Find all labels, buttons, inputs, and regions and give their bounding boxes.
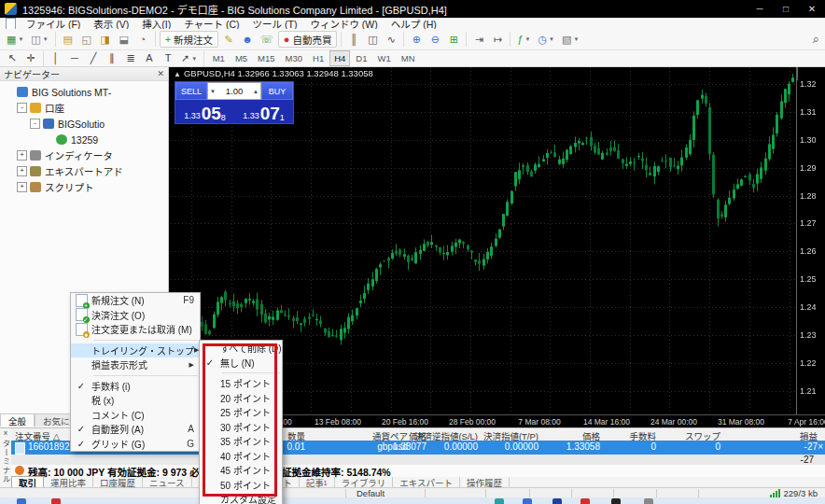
context-menu-item-4[interactable]: トレイリング・ストップ▶ <box>71 343 200 358</box>
timeframe-H4[interactable]: H4 <box>329 50 350 66</box>
metaeditor-icon[interactable]: ✎ <box>220 31 237 48</box>
timeframe-MN[interactable]: MN <box>397 50 420 66</box>
timeframe-M15[interactable]: M15 <box>253 50 279 66</box>
navigator-tab-0[interactable]: 全般 <box>0 413 35 427</box>
terminal-close-icon[interactable]: × <box>0 428 11 438</box>
tree-expander-icon[interactable]: + <box>17 166 27 176</box>
dropdown-arrow-icon[interactable]: ▼ <box>525 36 531 42</box>
dropdown-arrow-icon[interactable]: ▼ <box>549 36 554 42</box>
crosshair-tool[interactable]: ✛ <box>22 50 39 67</box>
navigator-icon[interactable]: ◨ <box>97 31 114 48</box>
profiles-icon[interactable]: ◫▼ <box>28 31 50 48</box>
close-button[interactable]: ✕ <box>799 0 825 18</box>
submenu-item-11[interactable]: カスタム設定 <box>200 492 282 504</box>
navigator-close-icon[interactable]: ✕ <box>157 69 164 78</box>
timeframe-H1[interactable]: H1 <box>308 50 329 66</box>
taskbar-app-2[interactable] <box>51 498 61 504</box>
taskbar-app-9[interactable] <box>611 498 621 504</box>
navigator-item-0[interactable]: BIG Solutions MT- <box>4 84 166 100</box>
taskbar-app-10[interactable] <box>644 498 653 504</box>
one-click-collapse-icon[interactable]: ▲ <box>174 70 181 78</box>
volume-value[interactable]: 1.00 <box>226 86 244 96</box>
context-menu-item-10[interactable]: ✓自動整列 (A)A <box>71 422 200 437</box>
timeframe-M30[interactable]: M30 <box>281 50 307 66</box>
taskbar-app-8[interactable] <box>580 498 590 504</box>
submenu-item-0[interactable]: すべて削除 (D) <box>200 341 282 356</box>
periods-icon[interactable]: ◷▼ <box>536 31 558 48</box>
navigator-item-5[interactable]: +エキスパートアド <box>4 163 166 179</box>
tree-expander-icon[interactable]: - <box>17 103 27 113</box>
horizontal-line-tool[interactable]: ─ <box>66 50 83 67</box>
tree-expander-icon[interactable]: - <box>30 119 40 129</box>
sell-button[interactable]: SELL <box>175 82 207 100</box>
context-menu-item-5[interactable]: 損益表示形式▶ <box>71 357 200 372</box>
autotrading-button[interactable]: ● 自動売買 <box>278 31 338 48</box>
submenu-item-7[interactable]: 35 ポイント <box>200 434 282 449</box>
taskbar-app-1[interactable] <box>17 498 26 504</box>
arrows-tool[interactable]: ➚▼ <box>178 50 200 67</box>
context-menu-item-9[interactable]: コメント (C) <box>71 408 200 423</box>
cursor-tool[interactable]: ↖ <box>4 50 21 67</box>
fibonacci-tool[interactable]: ≣ <box>122 50 139 67</box>
dropdown-arrow-icon[interactable]: ▼ <box>191 56 197 62</box>
taskbar-app-5[interactable] <box>495 498 504 504</box>
submenu-item-4[interactable]: 20 ポイント <box>200 391 282 406</box>
line-chart-icon[interactable]: ∿ <box>383 31 399 48</box>
channel-tool[interactable]: ∥ <box>104 50 120 67</box>
volume-stepper[interactable]: ▼ 1.00 ▲ <box>207 82 261 100</box>
market-watch-icon[interactable]: ▤ <box>60 31 77 48</box>
submenu-item-3[interactable]: 15 ポイント <box>200 376 282 391</box>
navigator-item-1[interactable]: -口座 <box>4 100 166 116</box>
timeframe-W1[interactable]: W1 <box>373 50 396 66</box>
bar-chart-icon[interactable]: ║ <box>345 31 362 48</box>
context-menu-item-0[interactable]: +新規注文 (N)F9 <box>71 293 200 308</box>
submenu-item-9[interactable]: 45 ポイント <box>200 463 282 478</box>
submenu-item-8[interactable]: 40 ポイント <box>200 449 282 464</box>
candlestick-icon[interactable]: ◫ <box>364 31 381 48</box>
tree-expander-icon[interactable]: + <box>17 182 27 192</box>
dropdown-arrow-icon[interactable]: ▼ <box>18 36 23 42</box>
data-window-icon[interactable]: ◱ <box>78 31 95 48</box>
navigator-item-6[interactable]: +スクリプト <box>4 179 166 195</box>
tree-expander-icon[interactable]: + <box>17 150 27 161</box>
text-label-tool[interactable]: T <box>160 50 176 67</box>
terminal-icon[interactable]: ⬓ <box>116 31 133 48</box>
buy-button[interactable]: BUY <box>261 82 293 100</box>
volume-up-icon[interactable]: ▲ <box>253 89 259 94</box>
new-chart-icon[interactable]: ▦▼ <box>4 31 26 48</box>
indicators-icon[interactable]: ƒ▼ <box>514 31 533 48</box>
taskbar-app-7[interactable] <box>552 498 562 504</box>
dropdown-arrow-icon[interactable]: ▼ <box>573 36 579 42</box>
templates-icon[interactable]: ▧▼ <box>559 31 581 48</box>
context-menu-item-2[interactable]: ●注文変更または取消 (M) <box>71 322 200 337</box>
search-icon[interactable]: ⌕ <box>813 32 819 47</box>
submenu-item-5[interactable]: 25 ポイント <box>200 405 282 420</box>
submenu-item-1[interactable]: ✓無し (N) <box>200 356 282 371</box>
context-menu-item-11[interactable]: ✓グリッド (G)G <box>71 437 200 452</box>
timeframe-M5[interactable]: M5 <box>231 50 252 66</box>
submenu-item-6[interactable]: 30 ポイント <box>200 420 282 435</box>
navigator-item-2[interactable]: -BIGSolutio <box>4 116 166 132</box>
maximize-button[interactable]: □ <box>773 0 799 18</box>
minimize-button[interactable]: ─ <box>747 0 773 18</box>
chart-shift-icon[interactable]: ↦ <box>489 31 506 48</box>
tile-windows-icon[interactable]: ⊞ <box>445 31 462 48</box>
dropdown-arrow-icon[interactable]: ▼ <box>43 36 49 42</box>
context-menu-item-8[interactable]: 税 (x) <box>71 393 200 408</box>
context-menu-item-1[interactable]: ✓決済注文 (O) <box>71 308 200 323</box>
zoom-out-icon[interactable]: ⊖ <box>426 31 443 48</box>
vertical-line-tool[interactable]: │ <box>48 50 64 67</box>
navigator-item-3[interactable]: 13259 <box>4 132 166 147</box>
timeframe-M1[interactable]: M1 <box>208 50 230 66</box>
context-menu-item-7[interactable]: ✓手数料 (i) <box>71 379 200 394</box>
text-tool[interactable]: A <box>141 50 158 67</box>
new-order-button[interactable]: + 新規注文 <box>160 31 218 48</box>
taskbar-app-6[interactable] <box>523 498 532 504</box>
strategy-tester-icon[interactable]: ◔ <box>134 31 151 48</box>
submenu-item-10[interactable]: 50 ポイント <box>200 478 282 493</box>
trendline-tool[interactable]: ╱ <box>85 50 102 67</box>
volume-down-icon[interactable]: ▼ <box>210 89 216 94</box>
timeframe-D1[interactable]: D1 <box>351 50 371 66</box>
zoom-in-icon[interactable]: ⊕ <box>408 31 425 48</box>
auto-scroll-icon[interactable]: ⇥ <box>470 31 487 48</box>
